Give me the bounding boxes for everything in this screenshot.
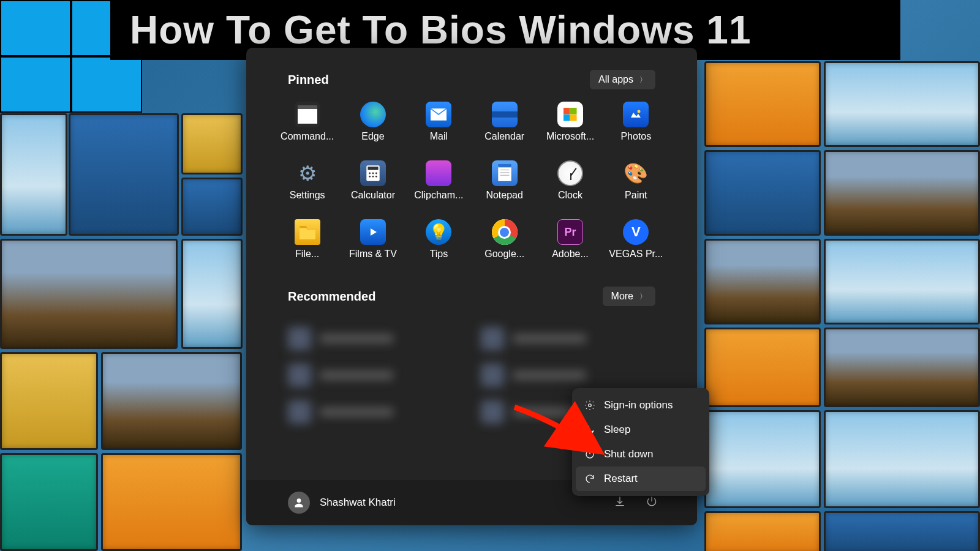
- svg-point-0: [638, 110, 641, 113]
- app-label: Adobe...: [552, 249, 589, 260]
- app-label: Notepad: [486, 190, 523, 201]
- svg-point-5: [375, 173, 377, 174]
- power-icon[interactable]: [646, 495, 658, 511]
- chevron-right-icon: 〉: [639, 75, 647, 85]
- start-menu-panel: Pinned All apps 〉 Command...EdgeMailCale…: [246, 48, 697, 525]
- pinned-app-edge[interactable]: Edge: [340, 98, 405, 146]
- svg-rect-10: [498, 164, 511, 167]
- svg-rect-2: [368, 167, 378, 170]
- all-apps-button[interactable]: All apps 〉: [590, 70, 655, 89]
- pinned-app-calculator[interactable]: Calculator: [340, 157, 405, 204]
- svg-rect-9: [498, 166, 511, 181]
- app-label: Google...: [484, 249, 524, 260]
- pinned-app-tips[interactable]: 💡Tips: [406, 216, 472, 263]
- app-label: Clock: [558, 190, 582, 201]
- store-icon: [557, 102, 583, 127]
- edge-icon: [360, 102, 386, 127]
- cmd-icon: [295, 102, 320, 127]
- shut-down-label: Shut down: [604, 448, 653, 460]
- paint-icon: 🎨: [623, 160, 649, 186]
- app-label: Microsoft...: [546, 131, 594, 142]
- power-context-menu: Sign-in options Sleep Shut down Restart: [572, 388, 709, 496]
- pr-icon: Pr: [557, 219, 583, 245]
- calculator-icon: [360, 160, 386, 186]
- restart-item[interactable]: Restart: [576, 467, 706, 491]
- avatar-icon: [288, 492, 310, 514]
- pinned-app-mail[interactable]: Mail: [406, 98, 472, 146]
- pinned-app-file[interactable]: File...: [274, 216, 340, 263]
- pinned-app-calendar[interactable]: Calendar: [472, 98, 537, 146]
- pinned-app-clock[interactable]: Clock: [537, 157, 603, 204]
- pinned-app-photos[interactable]: Photos: [603, 98, 669, 146]
- app-label: Tips: [430, 249, 448, 260]
- all-apps-label: All apps: [598, 74, 633, 85]
- recommended-heading: Recommended: [288, 290, 375, 304]
- calendar-icon: [492, 102, 518, 127]
- svg-point-14: [297, 498, 301, 503]
- pinned-app-store[interactable]: Microsoft...: [537, 98, 603, 146]
- photos-icon: [623, 102, 649, 127]
- restart-label: Restart: [604, 473, 638, 485]
- banner-text: How To Get To Bios Windows 11: [130, 7, 752, 53]
- file-icon: [295, 219, 320, 245]
- user-account-button[interactable]: Shashwat Khatri: [288, 492, 396, 514]
- app-label: Photos: [620, 131, 651, 142]
- pinned-app-paint[interactable]: 🎨Paint: [603, 157, 669, 204]
- pinned-app-films[interactable]: Films & TV: [340, 216, 405, 263]
- app-label: File...: [295, 249, 319, 260]
- app-label: Paint: [625, 190, 647, 201]
- pinned-apps-grid: Command...EdgeMailCalendarMicrosoft...Ph…: [261, 98, 682, 263]
- app-label: Settings: [290, 190, 325, 201]
- more-label: More: [611, 291, 633, 302]
- films-icon: [360, 219, 386, 245]
- shut-down-item[interactable]: Shut down: [576, 442, 706, 467]
- sign-in-options-item[interactable]: Sign-in options: [576, 393, 706, 418]
- pinned-app-clip[interactable]: Clipcham...: [406, 157, 472, 204]
- pinned-heading: Pinned: [288, 73, 329, 87]
- clock-icon: [557, 160, 583, 186]
- pinned-app-pr[interactable]: PrAdobe...: [537, 216, 603, 263]
- chevron-right-icon: 〉: [639, 291, 647, 302]
- gear-icon: ⚙: [295, 160, 320, 186]
- pinned-app-cmd[interactable]: Command...: [274, 98, 340, 146]
- chrome-icon: [492, 219, 518, 245]
- vegas-icon: V: [623, 219, 649, 245]
- pinned-app-chrome[interactable]: Google...: [472, 216, 537, 263]
- app-label: Films & TV: [349, 249, 397, 260]
- svg-point-6: [369, 176, 371, 178]
- svg-point-15: [589, 404, 592, 407]
- app-label: Clipcham...: [414, 190, 463, 201]
- app-label: Calendar: [484, 131, 524, 142]
- svg-point-4: [372, 173, 374, 174]
- pinned-app-notepad[interactable]: Notepad: [472, 157, 537, 204]
- app-label: Command...: [281, 131, 334, 142]
- app-label: Edge: [361, 131, 384, 142]
- pinned-app-gear[interactable]: ⚙Settings: [274, 157, 340, 204]
- svg-point-3: [369, 173, 371, 174]
- sleep-label: Sleep: [604, 424, 630, 436]
- tips-icon: 💡: [426, 219, 451, 245]
- app-label: Mail: [430, 131, 448, 142]
- mail-icon: [426, 102, 451, 127]
- sign-in-options-label: Sign-in options: [604, 399, 673, 411]
- notepad-icon: [492, 160, 518, 186]
- app-label: VEGAS Pr...: [609, 249, 663, 260]
- svg-point-8: [375, 176, 377, 178]
- downloads-icon[interactable]: [614, 495, 626, 511]
- app-label: Calculator: [351, 190, 395, 201]
- more-button[interactable]: More 〉: [603, 287, 655, 306]
- pinned-app-vegas[interactable]: VVEGAS Pr...: [603, 216, 669, 263]
- clip-icon: [426, 160, 451, 186]
- sleep-item[interactable]: Sleep: [576, 418, 706, 442]
- user-name: Shashwat Khatri: [320, 497, 396, 509]
- svg-point-7: [372, 176, 374, 178]
